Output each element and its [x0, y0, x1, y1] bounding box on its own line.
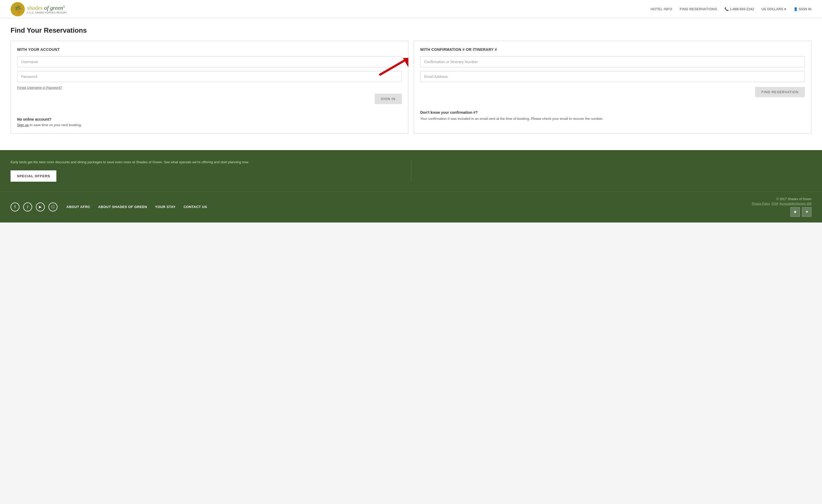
nav-hotel-info[interactable]: HOTEL INFO: [651, 7, 672, 11]
main-content: Find Your Reservations WITH YOUR ACCOUNT…: [0, 18, 822, 150]
vimeo-icon[interactable]: ▶: [36, 202, 45, 211]
footer-policy-links: Privacy Policy FOIA Accessibility/Sectio…: [752, 202, 811, 205]
nav-currency[interactable]: US DOLLARS ▾: [761, 7, 786, 11]
header: 🌴 shades of green® A U.S. ARMED FORCES R…: [0, 0, 822, 18]
user-icon: 👤: [794, 7, 798, 11]
account-card: WITH YOUR ACCOUNT Forgot Username or Pas…: [11, 41, 408, 134]
logo-icon: 🌴: [11, 2, 25, 16]
twitter-icon[interactable]: t: [23, 202, 32, 211]
footer-link-about-shades[interactable]: ABOUT SHADES OF GREEN: [98, 205, 147, 209]
nav-find-reservations[interactable]: FIND RESERVATIONS: [680, 7, 717, 11]
confirmation-card-title: WITH CONFIRMATION # OR ITINERARY #: [420, 47, 805, 52]
privacy-policy-link[interactable]: Privacy Policy: [752, 202, 770, 205]
main-nav: HOTEL INFO FIND RESERVATIONS 📞 1-888-593…: [651, 7, 811, 11]
footer-left: f t ▶ ⓘ ABOUT AFRC ABOUT SHADES OF GREEN…: [11, 202, 207, 211]
footer-links: ABOUT AFRC ABOUT SHADES OF GREEN YOUR ST…: [66, 205, 207, 209]
chevron-down-icon: ▾: [784, 7, 786, 11]
footer-link-about-afrc[interactable]: ABOUT AFRC: [66, 205, 90, 209]
footer-link-contact-us[interactable]: CONTACT US: [183, 205, 207, 209]
army-eagle-badge: ✦: [802, 207, 811, 217]
dont-know-text: Your confirmation # was included in an e…: [420, 116, 805, 121]
no-account-title: No online account?: [17, 117, 402, 121]
footer-bottom: f t ▶ ⓘ ABOUT AFRC ABOUT SHADES OF GREEN…: [0, 191, 822, 223]
accessibility-link[interactable]: Accessibility/Section 508: [780, 202, 811, 205]
cards-row: WITH YOUR ACCOUNT Forgot Username or Pas…: [11, 41, 811, 134]
username-input[interactable]: [17, 56, 402, 67]
logo[interactable]: 🌴 shades of green® A U.S. ARMED FORCES R…: [11, 2, 67, 16]
account-card-title: WITH YOUR ACCOUNT: [17, 47, 402, 52]
dont-know-section: Don't know your confirmation #? Your con…: [420, 97, 805, 121]
footer-badges: ★ ✦: [752, 207, 811, 217]
no-account-text: Sign up to save time on your next bookin…: [17, 123, 402, 127]
foia-link[interactable]: FOIA: [771, 202, 778, 205]
footer-link-your-stay[interactable]: YOUR STAY: [155, 205, 175, 209]
promo-text: Early birds get the best room discounts …: [11, 160, 400, 165]
footer-right: © 2017 Shades of Green Privacy Policy FO…: [752, 197, 811, 217]
special-offers-button[interactable]: SPECIAL OFFERS: [11, 170, 56, 182]
signup-link[interactable]: Sign up: [17, 123, 29, 127]
logo-text: shades of green®: [27, 4, 65, 11]
password-input[interactable]: [17, 71, 402, 82]
promo-left: Early birds get the best room discounts …: [11, 160, 411, 182]
logo-tagline: A U.S. ARMED FORCES RESORT: [27, 11, 67, 14]
nav-phone: 📞 1-888-593-2242: [725, 7, 754, 11]
sign-in-button[interactable]: SIGN IN: [375, 94, 402, 104]
email-input[interactable]: [420, 71, 805, 82]
nav-signin[interactable]: 👤 SIGN IN: [794, 7, 811, 11]
confirmation-card: WITH CONFIRMATION # OR ITINERARY # FIND …: [414, 41, 811, 134]
phone-icon: 📞: [725, 7, 729, 11]
confirmation-input[interactable]: [420, 56, 805, 67]
instagram-icon[interactable]: ⓘ: [48, 202, 57, 211]
footer-promo: Early birds get the best room discounts …: [0, 150, 822, 191]
no-account-section: No online account? Sign up to save time …: [17, 104, 402, 127]
dont-know-title: Don't know your confirmation #?: [420, 110, 805, 115]
army-star-badge: ★: [790, 207, 800, 217]
find-reservation-button[interactable]: FIND RESERVATION: [755, 87, 805, 97]
footer-copyright: © 2017 Shades of Green: [752, 197, 811, 201]
forgot-link[interactable]: Forgot Username or Password?: [17, 86, 402, 90]
facebook-icon[interactable]: f: [11, 202, 19, 211]
page-title: Find Your Reservations: [11, 26, 811, 34]
